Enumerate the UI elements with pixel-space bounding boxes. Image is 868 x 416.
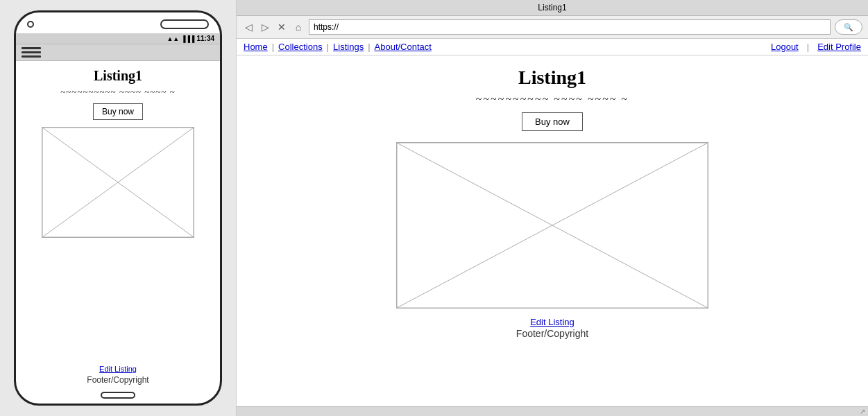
phone-edit-listing-link[interactable]: Edit Listing — [16, 365, 220, 373]
nav-listings-link[interactable]: Listings — [333, 42, 364, 52]
nav-logout-link[interactable]: Logout — [771, 42, 799, 52]
desktop-image-placeholder — [396, 142, 708, 309]
phone-body: ▲▲ ▐▐▐ 11:34 Listing1 ~~~~~~~~~~ ~~~~ ~~… — [14, 10, 222, 406]
search-button[interactable]: 🔍 — [835, 19, 862, 35]
close-button[interactable]: ✕ — [275, 21, 288, 33]
nav-right-group: Logout | Edit Profile — [771, 42, 861, 52]
browser-page-content: Listing1 ~~~~~~~~~~ ~~~~ ~~~~ ~ Buy now … — [237, 55, 868, 406]
address-bar[interactable] — [309, 19, 831, 35]
nav-collections-link[interactable]: Collections — [278, 42, 323, 52]
phone-top-bar — [16, 12, 220, 33]
desktop-listing-title: Listing1 — [518, 67, 586, 89]
nav-home-link[interactable]: Home — [244, 42, 268, 52]
phone-camera — [27, 21, 34, 28]
nav-about-link[interactable]: About/Contact — [375, 42, 432, 52]
phone-nav-bar[interactable] — [16, 44, 220, 61]
phone-status-icons: ▲▲ ▐▐▐ 11:34 — [167, 35, 214, 42]
signal-bars-icon: ▐▐▐ — [181, 35, 194, 42]
nav-edit-profile-link[interactable]: Edit Profile — [817, 42, 861, 52]
desktop-footer: Edit Listing Footer/Copyright — [516, 317, 588, 340]
desktop-buy-now-button[interactable]: Buy now — [522, 112, 583, 131]
nav-separator-3: | — [368, 42, 370, 52]
browser-navigation: Home | Collections | Listings | About/Co… — [237, 39, 868, 55]
phone-speaker — [160, 19, 209, 29]
browser-title-bar: Listing1 — [237, 0, 868, 16]
phone-time: 11:34 — [196, 35, 214, 42]
nav-separator-2: | — [327, 42, 329, 52]
browser-chrome: ◁ ▷ ✕ ⌂ 🔍 — [237, 16, 868, 39]
forward-button[interactable]: ▷ — [259, 21, 271, 33]
browser-tab-title: Listing1 — [538, 3, 566, 12]
resize-handle-icon: ↗ — [860, 408, 865, 415]
phone-buy-now-button[interactable]: Buy now — [93, 103, 143, 120]
phone-status-bar: ▲▲ ▐▐▐ 11:34 — [16, 33, 220, 44]
nav-separator-1: | — [272, 42, 274, 52]
phone-mockup: ▲▲ ▐▐▐ 11:34 Listing1 ~~~~~~~~~~ ~~~~ ~~… — [0, 0, 236, 416]
phone-home-button[interactable] — [101, 392, 135, 399]
desktop-description-squiggle: ~~~~~~~~~~ ~~~~ ~~~~ ~ — [476, 93, 629, 105]
nav-separator-4: | — [807, 42, 809, 52]
phone-image-placeholder — [42, 127, 194, 238]
wifi-icon: ▲▲ — [167, 35, 179, 42]
phone-description-squiggle: ~~~~~~~~~~ ~~~~ ~~~~ ~ — [60, 87, 175, 98]
phone-footer-copyright: Footer/Copyright — [87, 375, 148, 385]
phone-bottom-bar — [16, 390, 220, 404]
browser-mockup: Listing1 ◁ ▷ ✕ ⌂ 🔍 Home | Collections | … — [236, 0, 868, 416]
hamburger-menu-icon[interactable] — [22, 47, 41, 58]
phone-content: Listing1 ~~~~~~~~~~ ~~~~ ~~~~ ~ Buy now — [16, 61, 220, 361]
browser-status-bar: ↗ — [237, 406, 868, 416]
desktop-edit-listing-link[interactable]: Edit Listing — [516, 317, 588, 327]
home-button[interactable]: ⌂ — [292, 21, 305, 33]
phone-listing-title: Listing1 — [94, 68, 142, 84]
desktop-footer-copyright: Footer/Copyright — [516, 328, 588, 339]
phone-footer: Edit Listing Footer/Copyright — [16, 361, 220, 390]
back-button[interactable]: ◁ — [242, 21, 255, 33]
